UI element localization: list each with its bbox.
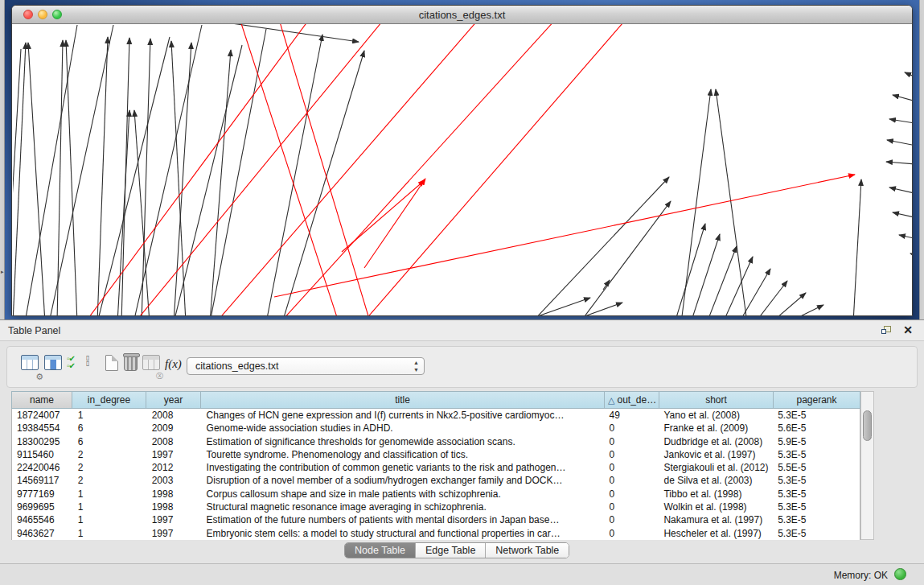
- table-cell[interactable]: Investigating the contribution of common…: [202, 461, 605, 474]
- table-row[interactable]: 946362711997Embryonic stem cells: a mode…: [12, 527, 860, 540]
- table-cell[interactable]: 2012: [147, 461, 202, 474]
- table-cell[interactable]: Corpus callosum shape and size in male p…: [202, 488, 605, 501]
- table-cell[interactable]: 0: [605, 448, 659, 461]
- table-cell[interactable]: Tourette syndrome. Phenomenology and cla…: [202, 448, 605, 461]
- table-cell[interactable]: 5.3E-5: [773, 513, 860, 526]
- table-cell[interactable]: de Silva et al. (2003): [659, 474, 773, 487]
- table-cell[interactable]: 6: [73, 422, 147, 435]
- table-cell[interactable]: 2: [73, 474, 147, 487]
- table-cell[interactable]: 5.6E-5: [773, 422, 860, 435]
- column-visibility-button[interactable]: [44, 355, 62, 377]
- table-cell[interactable]: Jankovic et al. (1997): [659, 448, 773, 461]
- table-cell[interactable]: 5.9E-5: [773, 435, 860, 448]
- table-row[interactable]: 911546021997Tourette syndrome. Phenomeno…: [12, 448, 860, 461]
- table-cell[interactable]: 49: [605, 409, 659, 422]
- column-header-in_degree[interactable]: in_degree: [72, 391, 146, 409]
- table-cell[interactable]: 1998: [147, 488, 202, 501]
- table-cell[interactable]: 2: [73, 461, 147, 474]
- table-selector-dropdown[interactable]: citations_edges.txt ▲▼: [187, 357, 425, 375]
- delete-table-button[interactable]: [124, 355, 138, 377]
- table-cell[interactable]: Estimation of the future numbers of pati…: [202, 513, 605, 526]
- left-panel-handle[interactable]: ▸: [0, 0, 5, 319]
- table-cell[interactable]: 14569117: [12, 474, 73, 487]
- table-cell[interactable]: Changes of HCN gene expression and I(f) …: [202, 409, 605, 422]
- table-cell[interactable]: Wolkin et al. (1998): [659, 501, 773, 513]
- table-cell[interactable]: Embryonic stem cells: a model to study s…: [202, 527, 605, 540]
- float-panel-icon[interactable]: [881, 326, 892, 336]
- table-cell[interactable]: 2008: [147, 435, 202, 448]
- table-cell[interactable]: 9115460: [12, 448, 73, 461]
- tab-edge-table[interactable]: Edge Table: [416, 543, 486, 558]
- table-cell[interactable]: 1: [73, 527, 147, 540]
- column-header-year[interactable]: year: [146, 391, 201, 409]
- table-cell[interactable]: 2: [73, 448, 147, 461]
- table-cell[interactable]: Stergiakouli et al. (2012): [659, 461, 773, 474]
- table-cell[interactable]: 5.3E-5: [773, 409, 860, 422]
- table-cell[interactable]: 1997: [147, 448, 202, 461]
- table-options-button[interactable]: ⚙: [21, 355, 39, 377]
- column-header-out_de[interactable]: △out_de…: [605, 391, 659, 409]
- table-cell[interactable]: 1: [73, 409, 147, 422]
- tab-node-table[interactable]: Node Table: [345, 543, 416, 558]
- table-cell[interactable]: 9465546: [12, 513, 73, 526]
- table-cell[interactable]: Tibbo et al. (1998): [659, 488, 773, 501]
- table-row[interactable]: 977716911998Corpus callosum shape and si…: [12, 488, 860, 501]
- table-cell[interactable]: 2009: [147, 422, 202, 435]
- memory-ok-indicator[interactable]: [894, 568, 906, 580]
- table-cell[interactable]: Nakamura et al. (1997): [659, 513, 773, 526]
- table-cell[interactable]: 1997: [147, 527, 202, 540]
- close-panel-icon[interactable]: ✕: [903, 323, 913, 336]
- function-builder-button[interactable]: f(x): [165, 356, 182, 379]
- column-header-pagerank[interactable]: pagerank: [774, 391, 860, 409]
- right-panel-handle[interactable]: [919, 0, 924, 319]
- table-cell[interactable]: Franke et al. (2009): [659, 422, 773, 435]
- table-cell[interactable]: 0: [605, 488, 659, 501]
- table-cell[interactable]: 1998: [147, 501, 202, 513]
- network-graph[interactable]: [13, 24, 912, 315]
- table-cell[interactable]: 19384554: [12, 422, 73, 435]
- table-cell[interactable]: 5.3E-5: [773, 501, 860, 513]
- table-cell[interactable]: Dudbridge et al. (2008): [659, 435, 773, 448]
- table-cell[interactable]: 0: [605, 513, 659, 526]
- table-cell[interactable]: 5.3E-5: [773, 488, 860, 501]
- table-scrollbar[interactable]: [860, 391, 874, 540]
- table-row[interactable]: 1830029562008Estimation of significance …: [12, 435, 860, 448]
- deselect-all-rows-button[interactable]: ▯▯: [86, 355, 89, 377]
- table-cell[interactable]: 0: [605, 474, 659, 487]
- table-cell[interactable]: 0: [605, 527, 659, 540]
- table-cell[interactable]: 9463627: [12, 527, 73, 540]
- table-cell[interactable]: Estimation of significance thresholds fo…: [202, 435, 605, 448]
- table-cell[interactable]: 18300295: [12, 435, 73, 448]
- table-cell[interactable]: 9699695: [12, 501, 73, 513]
- table-cell[interactable]: 0: [605, 501, 659, 513]
- table-cell[interactable]: 1: [73, 501, 147, 513]
- table-cell[interactable]: 1997: [147, 513, 202, 526]
- table-cell[interactable]: Disruption of a novel member of a sodium…: [202, 474, 605, 487]
- column-header-name[interactable]: name: [11, 391, 72, 409]
- column-header-title[interactable]: title: [201, 391, 605, 409]
- table-cell[interactable]: 5.3E-5: [773, 527, 860, 540]
- table-row[interactable]: 946554611997Estimation of the future num…: [12, 513, 860, 526]
- network-view[interactable]: [13, 24, 912, 315]
- table-row[interactable]: 1938455462009Genome-wide association stu…: [12, 422, 860, 435]
- table-row[interactable]: 1456911722003Disruption of a novel membe…: [12, 474, 860, 487]
- table-cell[interactable]: Hescheler et al. (1997): [659, 527, 773, 540]
- table-cell[interactable]: 9777169: [12, 488, 73, 501]
- table-cell[interactable]: 0: [605, 461, 659, 474]
- table-cell[interactable]: 1: [73, 488, 147, 501]
- table-cell[interactable]: 5.3E-5: [773, 448, 860, 461]
- table-cell[interactable]: 18724007: [12, 409, 73, 422]
- table-row[interactable]: 2242004622012Investigating the contribut…: [12, 461, 860, 474]
- table-row[interactable]: 1872400712008Changes of HCN gene express…: [12, 409, 860, 422]
- new-table-button[interactable]: [105, 355, 118, 377]
- window-titlebar[interactable]: citations_edges.txt: [12, 6, 912, 24]
- select-all-rows-button[interactable]: ▫✔▫✔: [67, 355, 75, 377]
- table-cell[interactable]: 22420046: [12, 461, 73, 474]
- table-cell[interactable]: Yano et al. (2008): [659, 409, 773, 422]
- table-cell[interactable]: 2008: [147, 409, 202, 422]
- table-cell[interactable]: 6: [73, 435, 147, 448]
- tab-network-table[interactable]: Network Table: [486, 543, 569, 558]
- table-cell[interactable]: 0: [605, 435, 659, 448]
- table-cell[interactable]: 2003: [147, 474, 202, 487]
- table-cell[interactable]: 0: [605, 422, 659, 435]
